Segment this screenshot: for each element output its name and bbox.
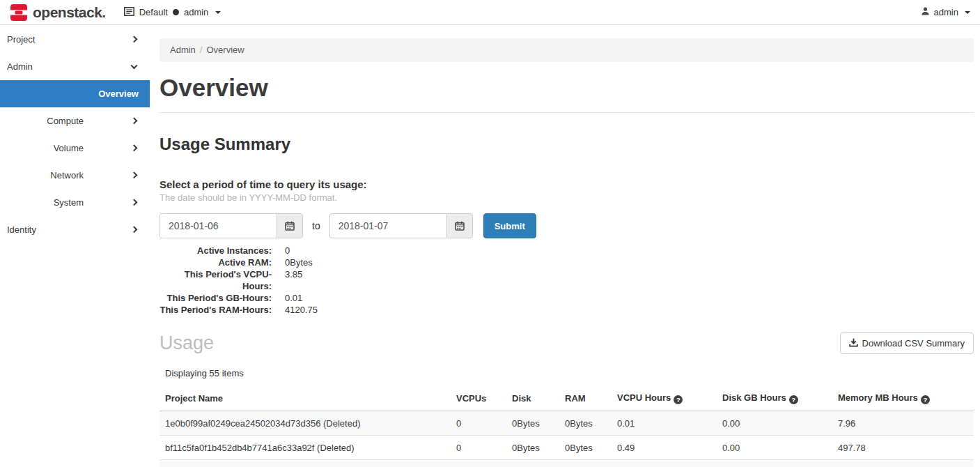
usage-table-title: Usage [160, 332, 214, 354]
sidebar-item-identity[interactable]: Identity [0, 216, 150, 243]
cell-disk-gb-hours: 0.00 [717, 436, 832, 460]
col-disk-gb-hours: Disk GB Hours? [717, 386, 832, 411]
calendar-icon[interactable] [277, 213, 303, 238]
sidebar-item-system[interactable]: System [0, 189, 150, 216]
cell-memory-mb-hours: 497.78 [832, 436, 974, 460]
sidebar-item-label: Volume [54, 143, 84, 153]
chevron-down-icon [131, 62, 138, 69]
cell-vcpu-hours: 0.11 [612, 460, 717, 467]
cell-vcpu-hours: 0.49 [612, 436, 717, 460]
sidebar-item-label: System [54, 197, 84, 208]
cell-ram: 0Bytes [559, 436, 612, 460]
usage-period-form: to Submit [160, 213, 974, 238]
cell-ram: 0Bytes [559, 411, 612, 436]
sidebar-item-label: Compute [47, 116, 84, 126]
user-icon [921, 6, 930, 18]
table-row: ea1f2f357c09465eb6991edf7079efbe (Delete… [160, 460, 974, 467]
usage-summary-heading: Usage Summary [160, 135, 974, 154]
help-icon[interactable]: ? [674, 395, 683, 404]
date-to-input[interactable] [329, 213, 446, 238]
chevron-right-icon [131, 144, 138, 151]
calendar-icon[interactable] [446, 213, 473, 238]
breadcrumb: Admin/Overview [160, 38, 974, 62]
col-project-name: Project Name [160, 386, 451, 411]
usage-table: Project Name VCPUs Disk RAM VCPU Hours? … [160, 386, 974, 467]
chevron-down-icon [965, 11, 970, 14]
items-count: Displaying 55 items [160, 368, 974, 378]
stat-value: 0Bytes [285, 257, 313, 268]
sidebar-item-compute[interactable]: Compute [0, 107, 150, 135]
sidebar-item-label: Project [7, 34, 35, 45]
col-disk: Disk [506, 386, 559, 411]
sidebar-item-label: Network [50, 170, 84, 181]
col-vcpu-hours: VCPU Hours? [612, 386, 717, 411]
download-csv-button[interactable]: Download CSV Summary [840, 332, 974, 354]
openstack-logo-icon [10, 3, 28, 22]
main-content: Admin/Overview Overview Usage Summary Se… [150, 25, 980, 467]
user-menu[interactable]: admin [921, 6, 970, 18]
chevron-right-icon [131, 199, 138, 206]
brand-text: openstack. [33, 4, 106, 21]
date-format-hint: The date should be in YYYY-MM-DD format. [160, 192, 974, 203]
context-switcher[interactable]: Default admin [124, 7, 221, 18]
stat-label: This Period's VCPU-Hours: [160, 268, 272, 292]
current-project: admin [184, 7, 208, 17]
chevron-right-icon [131, 226, 138, 233]
chevron-right-icon [131, 171, 138, 178]
download-csv-label: Download CSV Summary [862, 338, 965, 349]
to-label: to [312, 220, 320, 231]
stat-value: 3.85 [285, 268, 302, 292]
cell-memory-mb-hours: 110.93 [832, 460, 974, 467]
cell-vcpus: 0 [451, 411, 506, 436]
stat-value: 0.01 [285, 292, 302, 304]
stat-label: This Period's GB-Hours: [160, 292, 272, 304]
help-icon[interactable]: ? [789, 395, 798, 404]
cell-project-name: ea1f2f357c09465eb6991edf7079efbe (Delete… [160, 460, 451, 467]
help-icon[interactable]: ? [921, 395, 930, 404]
stat-label: Active Instances: [160, 245, 272, 257]
sidebar-item-admin[interactable]: Admin [0, 53, 150, 80]
sidebar-item-label: Identity [7, 224, 36, 235]
stat-value: 0 [285, 245, 290, 257]
stat-active-ram: Active RAM: 0Bytes [160, 257, 974, 268]
stat-label: This Period's RAM-Hours: [160, 304, 272, 316]
date-from-group [160, 213, 303, 238]
stat-label: Active RAM: [160, 257, 272, 268]
stat-value: 4120.75 [285, 304, 318, 316]
cell-vcpus: 0 [451, 436, 506, 460]
date-to-group [329, 213, 473, 238]
title-divider [160, 112, 974, 113]
cell-ram: 0Bytes [559, 460, 612, 467]
usage-table-header: Usage Download CSV Summary [160, 332, 974, 354]
cell-disk: 0Bytes [506, 411, 559, 436]
sidebar-item-project[interactable]: Project [0, 26, 150, 53]
table-row: 1e0b0f99af0249cea24502034d73d356 (Delete… [160, 411, 974, 436]
cell-disk: 0Bytes [506, 460, 559, 467]
submit-button[interactable]: Submit [483, 213, 536, 238]
project-dot-icon [173, 9, 179, 15]
cell-disk-gb-hours: 0.00 [717, 460, 832, 467]
stat-ram-hours: This Period's RAM-Hours: 4120.75 [160, 304, 974, 316]
stat-active-instances: Active Instances: 0 [160, 245, 974, 257]
cell-vcpu-hours: 0.01 [612, 411, 717, 436]
breadcrumb-admin: Admin [170, 45, 196, 55]
table-row: bf11c5fa0f1b452db4b7741a6c33a92f (Delete… [160, 436, 974, 460]
cell-disk-gb-hours: 0.00 [717, 411, 832, 436]
cell-disk: 0Bytes [506, 436, 559, 460]
breadcrumb-separator: / [200, 45, 203, 55]
sidebar-item-overview[interactable]: Overview [0, 80, 150, 107]
user-name: admin [934, 7, 958, 17]
sidebar-item-volume[interactable]: Volume [0, 135, 150, 162]
table-header-row: Project Name VCPUs Disk RAM VCPU Hours? … [160, 386, 974, 411]
col-vcpus: VCPUs [451, 386, 506, 411]
date-from-input[interactable] [160, 213, 277, 238]
cell-memory-mb-hours: 7.96 [832, 411, 974, 436]
stat-vcpu-hours: This Period's VCPU-Hours: 3.85 [160, 268, 974, 292]
brand-home-link[interactable]: openstack. [10, 3, 106, 22]
sidebar-item-label: Admin [7, 61, 33, 72]
current-domain: Default [139, 7, 168, 17]
stat-gb-hours: This Period's GB-Hours: 0.01 [160, 292, 974, 304]
sidebar-item-network[interactable]: Network [0, 162, 150, 189]
usage-stats: Active Instances: 0 Active RAM: 0Bytes T… [160, 245, 974, 316]
breadcrumb-overview: Overview [206, 45, 244, 55]
